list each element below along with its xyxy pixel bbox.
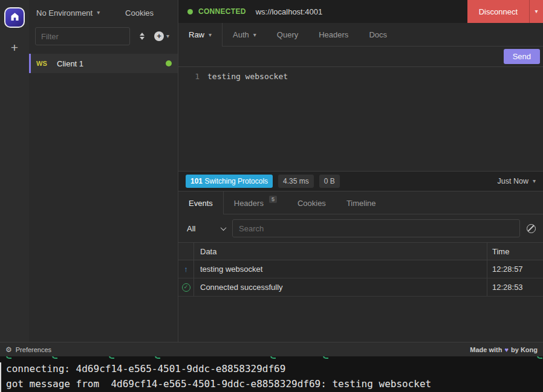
status-text: Switching Protocols (204, 177, 268, 185)
terminal-window[interactable]: connecting: 4d69cf14-e565-4501-9ddc-e885… (0, 356, 543, 392)
event-type-value: All (187, 224, 195, 233)
tab-query[interactable]: Query (267, 23, 308, 47)
preferences-label: Preferences (16, 346, 51, 353)
connection-status-label: CONNECTED (198, 7, 246, 16)
row-icon-cell: ✓ (178, 278, 194, 296)
response-size-badge: 0 B (319, 175, 340, 188)
events-table-header: Data Time (178, 242, 543, 260)
app-region: + No Environment ▾ Cookies (0, 0, 543, 356)
response-tabbar: Events Headers5 Cookies Timeline (178, 191, 543, 214)
send-row: Send (178, 47, 543, 67)
table-row[interactable]: ↑ testing websocket 12:28:57 (178, 260, 543, 278)
main-panel: CONNECTED ws://localhost:4001 Disconnect… (178, 0, 543, 342)
tab-timeline[interactable]: Timeline (336, 191, 386, 214)
connected-check-icon: ✓ (182, 283, 190, 292)
tab-events[interactable]: Events (178, 191, 224, 214)
sort-icon[interactable] (138, 33, 146, 40)
tab-label: Headers (319, 30, 348, 39)
tab-label: Query (277, 30, 298, 39)
sidebar-item-client-1[interactable]: WS Client 1 (29, 54, 178, 73)
row-icon-cell: ↑ (178, 260, 194, 278)
chevron-down-icon (221, 225, 227, 231)
connected-status-dot (166, 60, 172, 66)
new-project-button[interactable]: + (11, 41, 18, 54)
caret-down-icon: ▾ (166, 33, 169, 39)
sidebar-filter-input[interactable] (35, 27, 130, 45)
tab-label: Docs (369, 30, 387, 39)
table-row[interactable]: ✓ Connected successfully 12:28:53 (178, 278, 543, 297)
websocket-url[interactable]: ws://localhost:4001 (256, 7, 323, 16)
tab-docs[interactable]: Docs (359, 23, 397, 47)
connection-topbar: CONNECTED ws://localhost:4001 Disconnect… (178, 0, 543, 23)
row-time-cell: 12:28:57 (487, 260, 543, 278)
ws-method-tag: WS (36, 60, 57, 67)
tab-headers[interactable]: Headers (308, 23, 359, 47)
plus-circle-icon: + (154, 31, 164, 41)
tab-response-cookies[interactable]: Cookies (287, 191, 336, 214)
caret-down-icon: ▾ (97, 10, 100, 16)
add-request-button[interactable]: + ▾ (154, 31, 169, 41)
sort-up-triangle (140, 33, 145, 36)
status-code-badge: 101 Switching Protocols (186, 175, 273, 188)
tab-label: Events (189, 199, 213, 208)
terminal-left-edge (0, 362, 1, 392)
app-main: + No Environment ▾ Cookies (0, 0, 543, 342)
tab-raw[interactable]: Raw ▾ (178, 23, 223, 47)
request-tabbar: Raw ▾ Auth ▾ Query Headers Docs (178, 23, 543, 47)
message-editor[interactable]: 1 testing websocket (178, 67, 543, 171)
by-kong-text: by Kong (511, 346, 538, 353)
recency-label: Just Now (498, 177, 528, 185)
insomnia-app-window: + No Environment ▾ Cookies (0, 0, 543, 392)
tab-label: Headers (234, 199, 264, 208)
terminal-clipped-line-fragment (323, 356, 328, 359)
events-filter-row: All (178, 214, 543, 242)
home-icon (10, 11, 20, 24)
status-code: 101 (190, 177, 203, 185)
line-number: 1 (178, 72, 207, 81)
time-column-header: Time (487, 243, 543, 260)
row-data-cell: Connected successfully (194, 278, 487, 296)
response-time-badge: 4.35 ms (278, 175, 314, 188)
headers-count-badge: 5 (269, 196, 277, 203)
preferences-button[interactable]: ⚙ Preferences (5, 345, 51, 354)
tab-label: Cookies (298, 199, 326, 208)
events-search-input[interactable] (232, 219, 520, 237)
client-name: Client 1 (57, 59, 166, 68)
sent-message-icon: ↑ (184, 265, 188, 274)
terminal-clipped-line-fragment (155, 356, 160, 359)
terminal-clipped-line-fragment (270, 356, 276, 359)
send-button[interactable]: Send (504, 49, 540, 64)
row-data-cell: testing websocket (194, 260, 487, 278)
response-statusbar: 101 Switching Protocols 4.35 ms 0 B Just… (178, 171, 543, 191)
caret-down-icon: ▾ (533, 178, 536, 184)
disconnect-button[interactable]: Disconnect ▾ (467, 0, 543, 23)
terminal-clipped-line-fragment (109, 356, 114, 359)
disconnect-dropdown-button[interactable]: ▾ (529, 0, 543, 23)
home-button[interactable] (4, 7, 25, 28)
sidebar-filter-row: + ▾ (29, 25, 178, 47)
response-history-dropdown[interactable]: Just Now ▾ (498, 177, 536, 185)
cookies-button[interactable]: Cookies (125, 8, 154, 18)
app-footer: ⚙ Preferences Made with ♥ by Kong (0, 342, 543, 356)
row-time-cell: 12:28:53 (487, 278, 543, 296)
caret-down-icon: ▾ (253, 32, 256, 38)
environment-label: No Environment (36, 8, 93, 18)
icon-column-header (178, 243, 194, 260)
environment-selector[interactable]: No Environment ▾ (36, 8, 100, 18)
made-with-kong: Made with ♥ by Kong (470, 346, 538, 353)
events-table: Data Time ↑ testing websocket 12:28:57 ✓… (178, 242, 543, 297)
made-with-text: Made with (470, 346, 502, 353)
clear-events-icon[interactable] (527, 224, 536, 233)
tab-response-headers[interactable]: Headers5 (224, 191, 287, 214)
sidebar-header: No Environment ▾ Cookies (29, 0, 178, 25)
main-empty-area (178, 297, 543, 342)
tab-label: Raw (189, 30, 204, 39)
editor-content[interactable]: testing websocket (207, 72, 288, 81)
event-type-select[interactable]: All (186, 224, 226, 233)
heart-icon: ♥ (504, 346, 509, 353)
terminal-line: got message from 4d69cf14-e565-4501-9ddc… (6, 376, 543, 391)
tab-auth[interactable]: Auth ▾ (223, 23, 267, 47)
caret-down-icon: ▾ (209, 32, 212, 38)
terminal-line: connecting: 4d69cf14-e565-4501-9ddc-e885… (6, 361, 543, 376)
terminal-clipped-line-fragment (52, 356, 57, 359)
